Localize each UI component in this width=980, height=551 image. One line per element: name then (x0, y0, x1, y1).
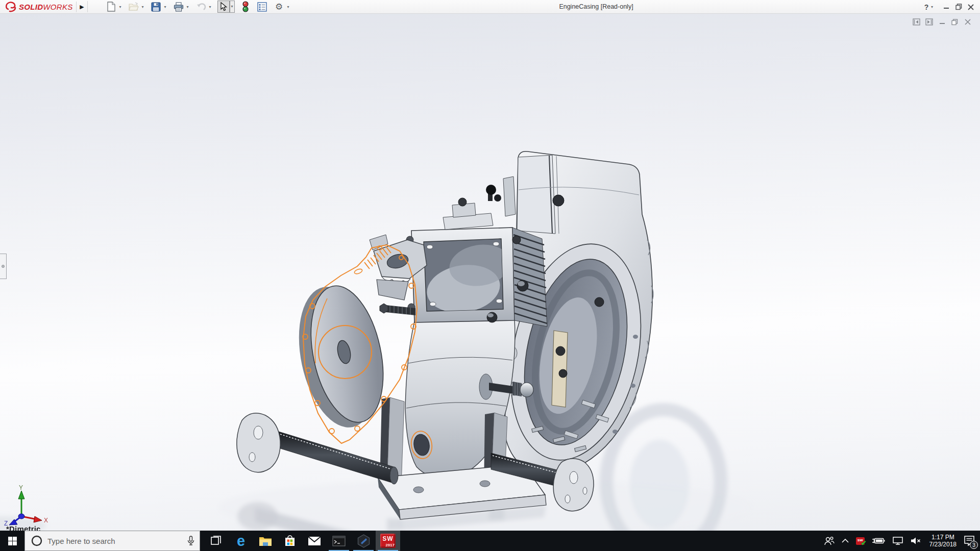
mail-icon (308, 536, 321, 546)
sw-year-label: 2017 (385, 543, 395, 547)
triad-y-label: Y (19, 485, 23, 491)
pane-left-button[interactable] (910, 17, 923, 27)
new-document-icon (107, 2, 116, 12)
doc-restore-button[interactable] (948, 17, 961, 27)
taskbar-clock[interactable]: 1:17 PM 7/23/2018 (925, 534, 961, 548)
action-center-button[interactable]: 3 (961, 531, 980, 551)
options-dropdown[interactable]: ▾ (286, 5, 291, 9)
notification-badge: 3 (970, 541, 978, 549)
pane-right-icon (925, 18, 933, 26)
open-dropdown[interactable]: ▾ (140, 5, 145, 9)
solidworks-wordmark: SOLIDWORKS (19, 3, 73, 11)
people-button[interactable] (820, 531, 838, 551)
options-button[interactable]: ⚙ (273, 1, 285, 13)
edge-button[interactable]: e (229, 531, 253, 551)
solidworks-tray-button[interactable]: sw✔ (852, 531, 868, 551)
menu-flyout-arrow[interactable]: ▶ (79, 1, 88, 12)
titlebar: SOLIDWORKS ▶ ▾ ▾ ▾ ▾ (0, 0, 980, 14)
dassault-swirl-icon (4, 1, 17, 12)
select-cursor-icon (219, 2, 228, 11)
save-dropdown[interactable]: ▾ (163, 5, 168, 9)
open-button[interactable] (128, 1, 140, 13)
microphone-icon[interactable] (187, 536, 194, 546)
mount-rod-left[interactable] (237, 413, 398, 484)
document-window-controls (910, 17, 974, 27)
file-explorer-icon (259, 536, 272, 546)
sw-label: SW (380, 535, 396, 542)
undo-dropdown[interactable]: ▾ (208, 5, 213, 9)
power-battery-button[interactable] (868, 531, 889, 551)
print-dropdown[interactable]: ▾ (185, 5, 190, 9)
command-prompt-button[interactable] (327, 531, 351, 551)
pane-right-button[interactable] (923, 17, 936, 27)
doc-minimize-button[interactable] (936, 17, 948, 27)
hexagon-app-icon (357, 534, 370, 548)
doc-close-icon (965, 19, 971, 25)
new-document-button[interactable] (105, 1, 117, 13)
graphics-area[interactable]: Y X Z *Dimetric (0, 14, 980, 531)
clock-date: 7/23/2018 (929, 541, 957, 548)
gear-icon: ⚙ (275, 2, 283, 12)
doc-minimize-icon (939, 19, 945, 25)
volume-button[interactable] (907, 531, 925, 551)
feature-manager-collapsed-tab[interactable] (0, 254, 7, 279)
side-cover-plate[interactable] (287, 279, 394, 435)
solidworks-2017-button[interactable]: SW 2017 (376, 531, 400, 551)
file-explorer-button[interactable] (253, 531, 278, 551)
taskbar-apps: e SW 2017 (204, 531, 400, 551)
speaker-mute-icon (911, 537, 922, 545)
tray-chevron-button[interactable] (838, 531, 852, 551)
solidworks-tray-icon: sw✔ (856, 537, 865, 545)
select-tool-dropdown[interactable]: ▾ (230, 1, 235, 13)
minimize-button[interactable] (940, 1, 952, 13)
divider (76, 2, 77, 12)
brand-solid: SOLID (19, 3, 43, 11)
rebuild-traffic-light-button[interactable] (239, 1, 252, 13)
task-pane-button[interactable] (256, 1, 268, 13)
print-button[interactable] (173, 1, 185, 13)
open-folder-icon (129, 2, 139, 11)
start-button[interactable] (0, 531, 24, 551)
restore-icon (955, 4, 962, 10)
new-document-dropdown[interactable]: ▾ (118, 5, 123, 9)
chevron-up-icon (842, 539, 849, 543)
doc-close-button[interactable] (961, 17, 974, 27)
people-icon (823, 536, 835, 545)
print-icon (174, 2, 184, 12)
system-tray: sw✔ 1:17 PM 7/23/2018 3 (820, 531, 980, 551)
network-button[interactable] (889, 531, 907, 551)
select-tool-button[interactable] (217, 1, 230, 13)
command-prompt-icon (332, 536, 346, 546)
taskbar-search[interactable] (24, 531, 200, 551)
help-button[interactable]: ? (922, 1, 931, 13)
window-controls: ? ▾ (922, 0, 977, 14)
engine-casing-3d-model[interactable] (0, 14, 980, 531)
doc-restore-icon (951, 19, 958, 26)
pane-left-icon (913, 18, 920, 26)
cortana-icon (31, 535, 42, 546)
close-button[interactable] (965, 1, 977, 13)
document-title: EngineCasing [Read-only] (559, 0, 633, 14)
clock-time: 1:17 PM (929, 534, 957, 541)
minimize-icon (943, 4, 949, 10)
traffic-light-icon (242, 1, 249, 12)
task-view-button[interactable] (204, 531, 229, 551)
undo-button[interactable] (195, 1, 207, 13)
restore-button[interactable] (952, 1, 965, 13)
store-icon (284, 535, 296, 547)
save-button[interactable] (150, 1, 162, 13)
store-button[interactable] (278, 531, 302, 551)
tab-grip-icon (2, 265, 5, 268)
solidworks-app-icon: SW 2017 (380, 534, 396, 548)
network-icon (892, 537, 903, 545)
search-input[interactable] (47, 537, 187, 545)
save-floppy-icon (151, 2, 161, 12)
hexagon-app-button[interactable] (351, 531, 376, 551)
windows-logo-icon (8, 537, 17, 545)
help-dropdown[interactable]: ▾ (931, 5, 936, 9)
mail-button[interactable] (302, 531, 327, 551)
triad-x-label: X (44, 517, 48, 524)
task-pane-icon (257, 2, 267, 12)
edge-icon: e (237, 534, 245, 548)
task-view-icon (211, 535, 222, 546)
